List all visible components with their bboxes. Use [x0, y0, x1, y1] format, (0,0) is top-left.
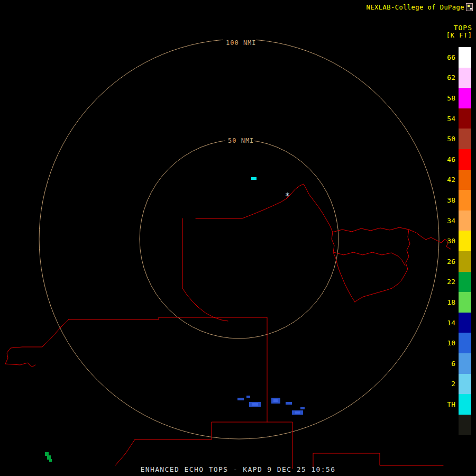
echo-cell-cyan: [251, 177, 257, 180]
ring-label-100nmi: 100 NMI: [226, 39, 257, 47]
legend-segment-label: 6: [438, 360, 459, 368]
legend-segments: 66625854504642383430262218141062TH: [438, 47, 472, 435]
echo-cell-blue: [295, 411, 300, 414]
nexlab-logo-icon: [466, 3, 473, 11]
legend-segment-label: 30: [438, 237, 459, 245]
legend-segment: TH: [438, 394, 472, 415]
legend-segment-label: TH: [438, 400, 459, 408]
echo-cell-green: [45, 452, 49, 456]
legend-segment: 58: [438, 88, 472, 108]
legend-segment-label: 34: [438, 217, 459, 225]
echo-cell-blue: [252, 403, 258, 406]
legend-segment-label: 22: [438, 278, 459, 286]
page-title: NEXLAB-College of DuPage: [367, 4, 464, 11]
legend-segment-swatch: [459, 68, 471, 88]
legend-segment-label: 2: [438, 380, 459, 388]
legend-segment-swatch: [459, 231, 471, 251]
legend-segment-swatch: [459, 88, 471, 108]
echo-cell-blue: [246, 396, 250, 398]
legend-segment-label: 38: [438, 196, 459, 204]
legend-segment: 22: [438, 272, 472, 292]
legend-segment-swatch: [459, 272, 471, 292]
legend-segment: 50: [438, 129, 472, 149]
legend-segment-label: 58: [438, 94, 459, 102]
legend-segment-label: 54: [438, 115, 459, 123]
legend-segment-swatch: [459, 210, 471, 231]
legend-segment-label: 50: [438, 135, 459, 143]
legend-segment: 66: [438, 47, 472, 68]
legend-segment: 2: [438, 374, 472, 395]
legend-segment-swatch: [459, 108, 471, 129]
legend-segment: 14: [438, 313, 472, 333]
legend-segment: 30: [438, 231, 472, 251]
legend-segment-swatch: [459, 129, 471, 149]
legend-segment-label: 46: [438, 155, 459, 163]
legend-segment-label: 66: [438, 53, 459, 61]
echo-cell-blue: [286, 402, 292, 405]
legend-segment: 26: [438, 251, 472, 272]
echo-cell-blue: [300, 407, 305, 409]
range-ring-50nmi: [140, 140, 338, 338]
legend-segment-label: 26: [438, 258, 459, 266]
legend-segment-swatch: [459, 170, 471, 190]
product-caption: ENHANCED ECHO TOPS - KAPD 9 DEC 25 10:56: [0, 465, 476, 473]
legend-segment: 62: [438, 68, 472, 88]
legend-segment-label: 10: [438, 339, 459, 347]
legend-segment-swatch: [459, 251, 471, 272]
legend-segment-label: 14: [438, 319, 459, 327]
legend-segment-swatch: [459, 149, 471, 170]
echo-cell-green: [47, 455, 51, 460]
legend-segment: 6: [438, 353, 472, 374]
county-boundaries: [5, 184, 451, 469]
legend-segment: 10: [438, 333, 472, 353]
legend-segment: 38: [438, 190, 472, 210]
legend-segment-swatch: [459, 394, 471, 415]
legend-segment: 18: [438, 292, 472, 313]
legend-colorbar: TOPS [K FT] 6662585450464238343026221814…: [438, 24, 472, 435]
legend-units: [K FT]: [438, 32, 472, 39]
legend-segment: 42: [438, 170, 472, 190]
legend-segment-swatch: [459, 190, 471, 210]
ring-label-50nmi: 50 NMI: [228, 137, 254, 144]
legend-segment: 34: [438, 210, 472, 231]
legend-segment-swatch: [459, 292, 471, 313]
echo-cell-blue: [273, 399, 278, 402]
range-ring-100nmi: [39, 39, 439, 439]
legend-segment: [438, 415, 472, 435]
echo-cell-green: [49, 459, 52, 462]
legend-segment-swatch: [459, 313, 471, 333]
legend-title: TOPS: [438, 24, 472, 32]
legend-segment-swatch: [459, 353, 471, 374]
legend-segment: 46: [438, 149, 472, 170]
legend-segment-label: 42: [438, 176, 459, 184]
legend-segment: 54: [438, 108, 472, 129]
radar-site-marker: *: [285, 191, 290, 201]
echo-cell-blue: [237, 398, 244, 400]
radar-map: 100 NMI 50 NMI *: [0, 0, 476, 476]
legend-segment-label: 62: [438, 74, 459, 81]
legend-segment-swatch: [459, 47, 471, 68]
legend-segment-swatch: [459, 333, 471, 353]
legend-segment-swatch: [459, 374, 471, 395]
legend-segment-swatch: [459, 415, 471, 435]
legend-segment-label: 18: [438, 298, 459, 306]
